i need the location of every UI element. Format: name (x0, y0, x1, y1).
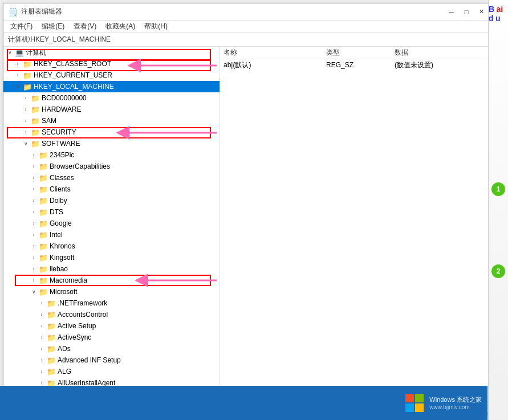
expand-btn-software[interactable]: ∨ (22, 140, 30, 148)
folder-icon-google: 📁 (39, 219, 48, 228)
tree-item-sam[interactable]: ›📁SAM (3, 115, 220, 127)
tree-item-netframework[interactable]: ›📁.NETFramework (3, 297, 220, 309)
folder-icon-dts: 📁 (39, 208, 48, 217)
tree-item-hkey_local_machine[interactable]: ∨📁HKEY_LOCAL_MACHINE (3, 81, 220, 92)
windows-url: www.bjjmlv.com (429, 404, 482, 410)
menu-help[interactable]: 帮助(H) (140, 21, 172, 32)
cell-type: REG_SZ (326, 61, 395, 69)
tree-label-kingsoft: Kingsoft (50, 254, 74, 262)
baidu-text: B (489, 5, 494, 14)
expand-btn-dolby[interactable]: › (30, 197, 38, 205)
expand-btn-microsoft[interactable]: ∨ (30, 288, 38, 296)
windows-info: Windows 系统之家 www.bjjmlv.com (404, 393, 482, 413)
folder-icon-accountscontrol: 📁 (47, 311, 56, 319)
expand-btn-security[interactable]: › (22, 128, 30, 136)
tree-item-software[interactable]: ∨📁SOFTWARE (3, 138, 220, 149)
tree-item-ads[interactable]: ›📁ADs (3, 343, 220, 354)
tree-item-intel[interactable]: ›📁Intel (3, 229, 220, 240)
tree-item-dolby[interactable]: ›📁Dolby (3, 195, 220, 206)
tree-item-liebao[interactable]: ›📁liebao (3, 263, 220, 275)
expand-btn-ads[interactable]: › (38, 345, 46, 353)
expand-btn-dts[interactable]: › (30, 208, 38, 216)
tree-item-microsoft[interactable]: ∨📁Microsoft (3, 286, 220, 297)
tree-label-alg: ALG (58, 368, 71, 376)
expand-btn-hkey_classes_root[interactable]: › (14, 60, 22, 68)
expand-btn-sam[interactable]: › (22, 117, 30, 125)
expand-btn-browsercapabilities[interactable]: › (30, 162, 38, 170)
folder-icon-hkey_local_machine: 📁 (23, 83, 32, 91)
tree-item-browsercapabilities[interactable]: ›📁BrowserCapabilities (3, 161, 220, 172)
expand-btn-liebao[interactable]: › (30, 265, 38, 273)
expand-btn-google[interactable]: › (30, 219, 38, 227)
main-area: ∨💻计算机›📁HKEY_CLASSES_ROOT›📁HKEY_CURRENT_U… (3, 47, 493, 413)
tree-item-hkey_classes_root[interactable]: ›📁HKEY_CLASSES_ROOT (3, 58, 220, 70)
badge-2: 2 (491, 264, 505, 278)
tree-item-hardware[interactable]: ›📁HARDWARE (3, 104, 220, 115)
tree-item-dts[interactable]: ›📁DTS (3, 206, 220, 218)
tree-panel[interactable]: ∨💻计算机›📁HKEY_CLASSES_ROOT›📁HKEY_CURRENT_U… (3, 47, 220, 413)
menu-view[interactable]: 查看(V) (69, 21, 101, 32)
tree-item-alg[interactable]: ›📁ALG (3, 366, 220, 377)
tree-label-google: Google (50, 219, 72, 227)
folder-icon-software: 📁 (31, 140, 40, 148)
expand-btn-hkey_local_machine[interactable]: ∨ (14, 83, 22, 91)
menu-bar: 文件(F) 编辑(E) 查看(V) 收藏夹(A) 帮助(H) (3, 21, 493, 33)
tree-label-netframework: .NETFramework (58, 299, 107, 307)
app-icon: 🗒️ (8, 7, 18, 17)
tree-item-bcd[interactable]: ›📁BCD00000000 (3, 92, 220, 104)
tree-item-khronos[interactable]: ›📁Khronos (3, 240, 220, 252)
menu-file[interactable]: 文件(F) (6, 21, 37, 32)
folder-icon-computer: 💻 (15, 48, 24, 57)
tree-item-classes[interactable]: ›📁Classes (3, 172, 220, 184)
tree-item-google[interactable]: ›📁Google (3, 218, 220, 229)
expand-btn-active_setup[interactable]: › (38, 322, 46, 330)
tree-item-accountscontrol[interactable]: ›📁AccountsControl (3, 309, 220, 320)
expand-btn-macromedia[interactable]: › (30, 276, 38, 284)
expand-btn-khronos[interactable]: › (30, 242, 38, 250)
baidu-area: B ai d u (489, 5, 508, 23)
expand-btn-kingsoft[interactable]: › (30, 254, 38, 262)
tree-item-computer[interactable]: ∨💻计算机 (3, 47, 220, 58)
tree-item-security[interactable]: ›📁SECURITY (3, 127, 220, 138)
right-row[interactable]: ab|(默认)REG_SZ(数值未设置) (220, 59, 493, 71)
expand-btn-accountscontrol[interactable]: › (38, 311, 46, 319)
expand-btn-netframework[interactable]: › (38, 299, 46, 307)
tree-label-liebao: liebao (50, 265, 68, 273)
tree-item-clients[interactable]: ›📁Clients (3, 184, 220, 195)
menu-favorites[interactable]: 收藏夹(A) (101, 21, 140, 32)
windows-logo (404, 393, 425, 413)
tree-item-kingsoft[interactable]: ›📁Kingsoft (3, 252, 220, 263)
tree-label-classes: Classes (50, 174, 74, 182)
expand-btn-activesync[interactable]: › (38, 333, 46, 341)
folder-icon-intel: 📁 (39, 231, 48, 239)
expand-btn-alg[interactable]: › (38, 368, 46, 376)
title-bar-left: 🗒️ 注册表编辑器 (8, 7, 62, 17)
expand-btn-computer[interactable]: ∨ (6, 48, 14, 56)
expand-btn-clients[interactable]: › (30, 185, 38, 193)
tree-label-dolby: Dolby (50, 197, 67, 205)
tree-label-advanced_inf_setup: Advanced INF Setup (58, 356, 121, 364)
close-button[interactable]: ✕ (474, 6, 488, 18)
tree-item-activesync[interactable]: ›📁ActiveSync (3, 332, 220, 343)
folder-icon-clients: 📁 (39, 185, 48, 194)
tree-item-hkey_current_user[interactable]: ›📁HKEY_CURRENT_USER (3, 70, 220, 81)
tree-item-advanced_inf_setup[interactable]: ›📁Advanced INF Setup (3, 354, 220, 366)
baidu-text2: ai (496, 5, 503, 14)
expand-btn-2345pic[interactable]: › (30, 151, 38, 159)
tree-item-active_setup[interactable]: ›📁Active Setup (3, 320, 220, 332)
folder-icon-khronos: 📁 (39, 242, 48, 251)
expand-btn-advanced_inf_setup[interactable]: › (38, 356, 46, 364)
tree-label-hardware: HARDWARE (42, 105, 82, 113)
tree-item-2345pic[interactable]: ›📁2345Pic (3, 149, 220, 161)
expand-btn-intel[interactable]: › (30, 231, 38, 239)
expand-btn-bcd[interactable]: › (22, 94, 30, 102)
minimize-button[interactable]: ─ (445, 6, 458, 18)
expand-btn-classes[interactable]: › (30, 174, 38, 182)
tree-item-macromedia[interactable]: ›📁Macromedia (3, 275, 220, 286)
menu-edit[interactable]: 编辑(E) (37, 21, 69, 32)
expand-btn-hardware[interactable]: › (22, 105, 30, 113)
folder-icon-microsoft: 📁 (39, 288, 48, 296)
maximize-button[interactable]: □ (460, 6, 473, 18)
folder-icon-macromedia: 📁 (39, 276, 48, 285)
expand-btn-hkey_current_user[interactable]: › (14, 71, 22, 79)
